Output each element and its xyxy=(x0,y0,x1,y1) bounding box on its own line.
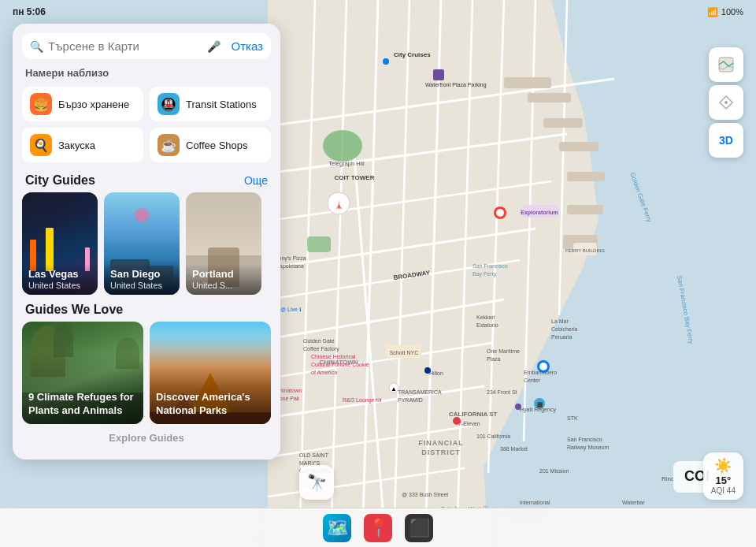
guide-climate[interactable]: 9 Climate Refuges for Plants and Animals xyxy=(22,322,143,424)
search-input[interactable] xyxy=(48,39,202,53)
svg-point-23 xyxy=(323,130,362,162)
las-vegas-name: Las Vegas xyxy=(28,268,91,281)
svg-text:Embarcadero: Embarcadero xyxy=(524,370,557,375)
guides-section: 9 Climate Refuges for Plants and Animals… xyxy=(13,322,280,424)
svg-text:Exploratorium: Exploratorium xyxy=(521,210,558,216)
svg-text:TRANSAMERICA: TRANSAMERICA xyxy=(398,389,442,395)
svg-text:Golden Gate: Golden Gate xyxy=(303,338,335,344)
national-parks-guide-title: Discover America's National Parks xyxy=(156,391,265,418)
breakfast-label: Закуска xyxy=(58,140,95,151)
climate-guide-overlay: 9 Climate Refuges for Plants and Animals xyxy=(22,322,143,424)
search-panel: 🔍 🎤 Отказ Намери наблизо 🍔 Бързо хранене… xyxy=(13,24,280,460)
svg-text:Hilton: Hilton xyxy=(429,370,443,376)
search-icon: 🔍 xyxy=(30,40,43,53)
city-card-san-diego[interactable]: San Diego United States xyxy=(104,192,180,295)
svg-text:FERRY BUILDING: FERRY BUILDING xyxy=(565,248,605,253)
category-breakfast[interactable]: 🍳 Закуска xyxy=(22,128,143,162)
city-guides-title: City Guides xyxy=(25,173,95,188)
city-card-portland[interactable]: Portland United S... xyxy=(186,192,261,295)
guide-national-parks[interactable]: Discover America's National Parks xyxy=(150,322,271,424)
category-fast-food[interactable]: 🍔 Бързо хранене xyxy=(22,87,143,121)
svg-text:Coffee Factory: Coffee Factory xyxy=(303,346,339,352)
san-diego-country: United States xyxy=(110,281,173,290)
svg-text:La Mar: La Mar xyxy=(551,318,569,324)
svg-text:Kekkari: Kekkari xyxy=(476,314,495,320)
san-diego-overlay: San Diego United States xyxy=(104,263,180,295)
nearby-section-title: Намери наблизо xyxy=(13,59,280,84)
dock-dark-icon[interactable]: ⬛ xyxy=(405,514,433,542)
search-bar-container: 🔍 🎤 Отказ xyxy=(22,33,271,59)
svg-text:OLD SAINT: OLD SAINT xyxy=(299,452,329,458)
las-vegas-country: United States xyxy=(28,281,91,290)
svg-text:Telegraph Hill: Telegraph Hill xyxy=(328,160,365,167)
microphone-icon[interactable]: 🎤 xyxy=(207,40,220,53)
svg-text:Schott NYC: Schott NYC xyxy=(390,350,419,355)
weather-aqi: AQI 44 xyxy=(711,486,736,495)
svg-rect-26 xyxy=(528,93,571,102)
wifi-icon: 📶 xyxy=(707,7,718,17)
svg-rect-29 xyxy=(567,172,605,181)
svg-point-110 xyxy=(724,101,728,104)
svg-text:@ Live ℹ: @ Live ℹ xyxy=(280,307,302,312)
transit-label: Transit Stations xyxy=(186,99,257,110)
weather-badge: ☀️ 15° AQI 44 xyxy=(703,452,743,500)
svg-text:234 Front St: 234 Front St xyxy=(487,389,517,395)
climate-guide-title: 9 Climate Refuges for Plants and Animals xyxy=(28,391,137,418)
svg-text:▲: ▲ xyxy=(391,385,397,393)
svg-text:STK: STK xyxy=(567,415,578,421)
guides-grid: 9 Climate Refuges for Plants and Animals… xyxy=(22,322,271,424)
svg-text:Chinese Historical: Chinese Historical xyxy=(311,354,356,359)
svg-text:Center: Center xyxy=(524,378,541,383)
dock-red-icon[interactable]: 📍 xyxy=(364,514,392,542)
svg-text:Cebicheria: Cebicheria xyxy=(551,326,578,332)
portland-overlay: Portland United S... xyxy=(186,263,261,295)
category-coffee[interactable]: ☕ Coffee Shops xyxy=(150,128,271,162)
coffee-icon: ☕ xyxy=(158,134,180,156)
svg-rect-30 xyxy=(567,205,603,214)
svg-rect-24 xyxy=(307,236,331,252)
city-guides-scroll: Las Vegas United States San Diego United… xyxy=(13,192,280,295)
dock-maps-icon[interactable]: 🗺️ xyxy=(323,514,351,542)
san-diego-name: San Diego xyxy=(110,268,173,281)
svg-point-34 xyxy=(383,58,389,65)
las-vegas-overlay: Las Vegas United States xyxy=(22,263,98,295)
location-button[interactable] xyxy=(709,85,743,120)
map-controls: 3D xyxy=(709,47,743,158)
cancel-button[interactable]: Отказ xyxy=(232,39,263,53)
svg-point-86 xyxy=(515,404,521,410)
svg-text:Hyatt Regency: Hyatt Regency xyxy=(520,407,556,413)
categories-grid: 🍔 Бързо хранене 🚇 Transit Stations 🍳 Зак… xyxy=(13,84,280,166)
svg-text:San Francisco: San Francisco xyxy=(472,263,508,269)
more-link[interactable]: Още xyxy=(244,174,268,187)
status-bar: пн 5:06 📶 100% xyxy=(0,0,756,24)
binoculars-button[interactable]: 🔭 xyxy=(299,465,334,500)
guides-we-love-title: Guides We Love xyxy=(25,303,123,317)
svg-text:Railway Museum: Railway Museum xyxy=(567,445,609,451)
map-type-button[interactable] xyxy=(709,47,743,82)
svg-rect-36 xyxy=(433,69,444,80)
svg-rect-27 xyxy=(543,118,583,128)
category-transit[interactable]: 🚇 Transit Stations xyxy=(150,87,271,121)
svg-text:101 California: 101 California xyxy=(476,434,510,439)
portland-name: Portland xyxy=(192,268,255,281)
weather-temp: 15° xyxy=(716,474,732,486)
weather-icon: ☀️ xyxy=(714,457,732,474)
3d-button[interactable]: 3D xyxy=(709,123,743,158)
battery-indicator: 100% xyxy=(721,7,743,17)
svg-text:DISTRICT: DISTRICT xyxy=(421,448,461,456)
svg-text:FINANCIAL: FINANCIAL xyxy=(418,439,464,447)
svg-point-106 xyxy=(453,417,461,425)
svg-text:City Cruises: City Cruises xyxy=(394,51,431,58)
svg-rect-25 xyxy=(504,77,551,88)
svg-text:201 Mission: 201 Mission xyxy=(539,468,569,474)
status-time: пн 5:06 xyxy=(13,6,46,17)
status-right: 📶 100% xyxy=(707,7,743,17)
svg-text:Waterbar: Waterbar xyxy=(622,500,645,505)
svg-point-75 xyxy=(424,367,431,374)
city-guides-header: City Guides Още xyxy=(13,166,280,192)
svg-text:CALIFORNIA ST: CALIFORNIA ST xyxy=(449,411,498,418)
city-card-las-vegas[interactable]: Las Vegas United States xyxy=(22,192,98,295)
svg-rect-28 xyxy=(559,142,598,151)
svg-text:of America: of America xyxy=(311,370,337,375)
svg-text:🗼: 🗼 xyxy=(334,199,344,210)
